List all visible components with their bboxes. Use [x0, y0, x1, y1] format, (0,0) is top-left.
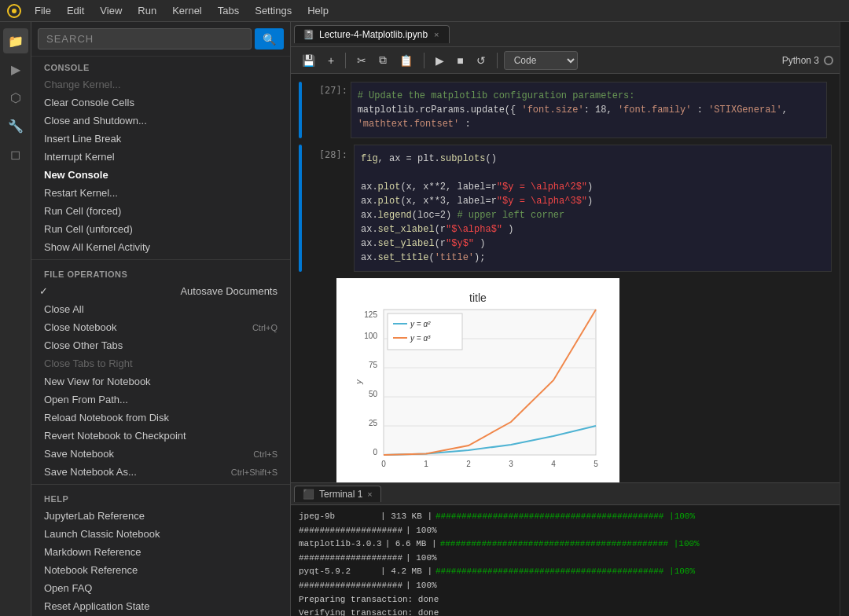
svg-text:0: 0	[373, 448, 377, 456]
term-line-5: pyqt-5.9.2 | 4.2 MB | ##################…	[299, 565, 832, 579]
cell-number-27: [27]:	[308, 82, 347, 96]
cut-button[interactable]: ✂	[352, 51, 371, 70]
run-icon[interactable]: ▶	[3, 57, 28, 82]
plot-output: title 0 25 50 75 100 125	[336, 278, 619, 482]
menu-open-from-path[interactable]: Open From Path...	[31, 390, 290, 409]
svg-text:100: 100	[364, 332, 377, 340]
term-line-1: jpeg-9b | 313 KB | #####################…	[299, 510, 832, 524]
term-line-7: Preparing transaction: done	[299, 593, 832, 607]
svg-text:1: 1	[424, 460, 428, 468]
menu-notebook-ref[interactable]: Notebook Reference	[31, 561, 290, 579]
menu-new-console[interactable]: New Console	[31, 166, 290, 184]
help-section-header: HELP	[31, 488, 290, 507]
restart-button[interactable]: ↺	[472, 51, 491, 70]
file-ops-section-header: FILE OPERATIONS	[31, 263, 290, 282]
menu-save-notebook-as[interactable]: Save Notebook As... Ctrl+Shift+S	[31, 463, 290, 481]
cell-27: [27]: # Update the matplotlib configurat…	[299, 82, 832, 138]
toolbar-sep-3	[497, 53, 498, 68]
terminal-section: ⬛ Terminal 1 × jpeg-9b | 313 KB | ######…	[291, 482, 840, 616]
cell-code-27[interactable]: # Update the matplotlib configuration pa…	[351, 82, 827, 138]
menu-run-cell-forced[interactable]: Run Cell (forced)	[31, 202, 290, 220]
svg-text:5: 5	[594, 460, 598, 468]
menu-kernel[interactable]: Kernel	[166, 2, 208, 19]
menu-change-kernel[interactable]: Change Kernel...	[31, 75, 290, 94]
menu-clear-console-cells[interactable]: Clear Console Cells	[31, 94, 290, 112]
files-icon[interactable]: 📁	[3, 28, 28, 53]
menu-help[interactable]: Help	[301, 2, 335, 19]
menu-bar: File Edit View Run Kernel Tabs Settings …	[0, 0, 849, 22]
terminal-tab-1[interactable]: ⬛ Terminal 1 ×	[294, 486, 381, 502]
terminal-content[interactable]: jpeg-9b | 313 KB | #####################…	[291, 505, 840, 616]
menu-run[interactable]: Run	[131, 2, 163, 19]
notebook-icon: 📓	[303, 29, 314, 40]
menu-interrupt-kernel[interactable]: Interrupt Kernel	[31, 148, 290, 166]
kernel-status-circle	[824, 56, 833, 65]
menu-close-other-tabs[interactable]: Close Other Tabs	[31, 336, 290, 354]
menu-launch-classic[interactable]: Launch Classic Notebook	[31, 525, 290, 543]
notebook-tab[interactable]: 📓 Lecture-4-Matplotlib.ipynb ×	[294, 25, 450, 43]
extensions-icon[interactable]: ⬡	[3, 85, 28, 110]
menu-run-cell-unforced[interactable]: Run Cell (unforced)	[31, 220, 290, 238]
menu-tabs[interactable]: Tabs	[211, 2, 245, 19]
notebook-toolbar: 💾 + ✂ ⧉ 📋 ▶ ■ ↺ Code Markdown Raw Python…	[291, 47, 840, 74]
menu-insert-line-break[interactable]: Insert Line Break	[31, 130, 290, 148]
term-line-6: #################### | 100%	[299, 579, 832, 593]
stop-button[interactable]: ■	[452, 51, 468, 70]
console-section-header: CONSOLE	[31, 57, 290, 75]
sidebar-icons: 📁 ▶ ⬡ 🔧 ◻	[0, 22, 31, 616]
svg-text:0: 0	[381, 460, 386, 468]
menu-open-faq[interactable]: Open FAQ	[31, 579, 290, 597]
terminal-close[interactable]: ×	[367, 490, 372, 499]
cell-code-28[interactable]: fig, ax = plt.subplots() ax.plot(x, x**2…	[354, 145, 832, 272]
svg-text:125: 125	[364, 310, 377, 319]
menu-close-tabs-right[interactable]: Close Tabs to Right	[31, 354, 290, 372]
search-input[interactable]	[38, 28, 252, 50]
svg-text:75: 75	[369, 361, 378, 369]
menu-reset-app[interactable]: Reset Application State	[31, 597, 290, 615]
menu-settings[interactable]: Settings	[248, 2, 298, 19]
menu-reload-notebook[interactable]: Reload Notebook from Disk	[31, 409, 290, 427]
cell-number-28: [28]:	[308, 145, 347, 272]
kernel-indicator: Python 3	[782, 55, 833, 66]
svg-point-1	[12, 9, 17, 13]
menu-close-all[interactable]: Close All	[31, 300, 290, 318]
content-area: 📓 Lecture-4-Matplotlib.ipynb × 💾 + ✂ ⧉ 📋…	[291, 22, 840, 616]
menu-restart-kernel[interactable]: Restart Kernel...	[31, 184, 290, 202]
menu-jupyterlab-ref[interactable]: JupyterLab Reference	[31, 507, 290, 525]
save-button[interactable]: 💾	[297, 51, 320, 70]
term-line-2: #################### | 100%	[299, 524, 832, 538]
svg-rect-22	[388, 314, 462, 350]
menu-close-and-shutdown[interactable]: Close and Shutdown...	[31, 112, 290, 130]
menu-autosave[interactable]: Autosave Documents	[31, 282, 290, 300]
menu-close-notebook[interactable]: Close Notebook Ctrl+Q	[31, 318, 290, 336]
property-inspector-icon[interactable]: 🔧	[3, 113, 28, 138]
search-button[interactable]: 🔍	[255, 28, 284, 50]
menu-save-notebook[interactable]: Save Notebook Ctrl+S	[31, 445, 290, 463]
add-cell-button[interactable]: +	[323, 51, 339, 70]
menu-show-all-kernel[interactable]: Show All Kernel Activity	[31, 238, 290, 256]
svg-text:y = α³: y = α³	[410, 334, 431, 343]
run-button[interactable]: ▶	[431, 51, 449, 70]
menu-new-view-notebook[interactable]: New View for Notebook	[31, 372, 290, 390]
cell-bar-28	[299, 145, 302, 272]
svg-text:4: 4	[551, 460, 556, 468]
menu-markdown-ref[interactable]: Markdown Reference	[31, 543, 290, 561]
copy-button[interactable]: ⧉	[374, 50, 391, 70]
console-section: CONSOLE Change Kernel... Clear Console C…	[31, 57, 290, 256]
notebook-tab-close[interactable]: ×	[432, 30, 440, 39]
menu-edit[interactable]: Edit	[61, 2, 90, 19]
paste-button[interactable]: 📋	[395, 51, 417, 70]
toolbar-sep-2	[424, 53, 424, 68]
toolbar-sep-1	[345, 53, 346, 68]
cell-28: [28]: fig, ax = plt.subplots() ax.plot(x…	[299, 145, 832, 272]
kernel-name: Python 3	[782, 55, 819, 66]
menu-file[interactable]: File	[28, 2, 57, 19]
menu-revert-notebook[interactable]: Revert Notebook to Checkpoint	[31, 427, 290, 445]
main-area: 📁 ▶ ⬡ 🔧 ◻ 🔍 CONSOLE Change Kernel... Cle…	[0, 22, 849, 616]
cell-type-select[interactable]: Code Markdown Raw	[504, 51, 578, 70]
menu-view[interactable]: View	[94, 2, 128, 19]
search-box: 🔍	[31, 22, 290, 57]
svg-text:25: 25	[369, 419, 378, 427]
tabs-icon[interactable]: ◻	[3, 141, 28, 167]
plot-title: title	[469, 292, 487, 304]
